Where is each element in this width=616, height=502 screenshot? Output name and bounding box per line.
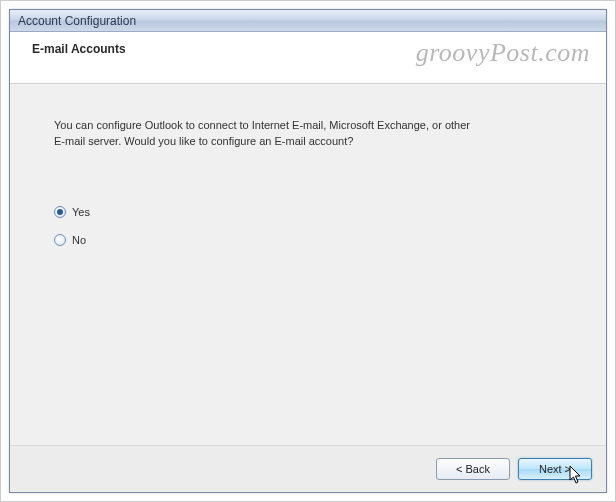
option-yes-label: Yes	[72, 206, 90, 218]
prompt-text: You can configure Outlook to connect to …	[54, 118, 484, 150]
wizard-footer: < Back Next >	[10, 446, 606, 492]
option-yes[interactable]: Yes	[54, 206, 562, 218]
radio-no[interactable]	[54, 234, 66, 246]
wizard-content: You can configure Outlook to connect to …	[10, 84, 606, 446]
radio-yes[interactable]	[54, 206, 66, 218]
titlebar: Account Configuration	[10, 10, 606, 32]
option-no[interactable]: No	[54, 234, 562, 246]
options-group: Yes No	[54, 206, 562, 246]
window-title: Account Configuration	[18, 14, 136, 28]
dialog-window: Account Configuration E-mail Accounts gr…	[9, 9, 607, 493]
next-button[interactable]: Next >	[518, 458, 592, 480]
wizard-header: E-mail Accounts groovyPost.com	[10, 32, 606, 84]
option-no-label: No	[72, 234, 86, 246]
page-title: E-mail Accounts	[32, 42, 590, 56]
back-button[interactable]: < Back	[436, 458, 510, 480]
outer-frame: Account Configuration E-mail Accounts gr…	[0, 0, 616, 502]
